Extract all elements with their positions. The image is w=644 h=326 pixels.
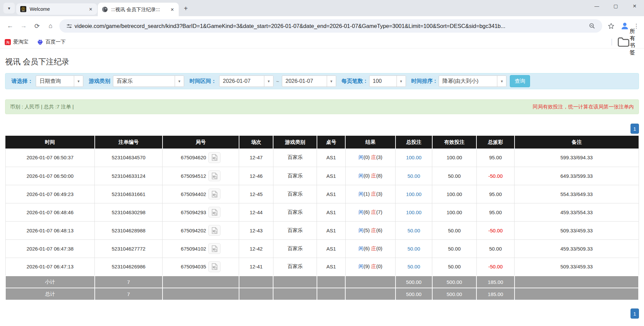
cell-round-no: 675094620 — [163, 149, 239, 167]
total-bet-link[interactable]: 50.00 — [408, 246, 420, 252]
result-banker-count: (8) — [376, 173, 382, 178]
result-player: 闲 — [358, 173, 363, 178]
bookmark-baidu[interactable]: du 百度一下 — [37, 39, 66, 45]
result-player-count: (0) — [363, 173, 370, 178]
welcome-tab-favicon — [20, 6, 26, 12]
cell-time: 2026-01-07 06:47:38 — [5, 239, 95, 258]
video-replay-button[interactable] — [208, 207, 221, 218]
cell-payout: 50.00 — [476, 239, 515, 258]
zoom-icon[interactable] — [589, 23, 595, 29]
result-player-count: (6) — [363, 246, 370, 251]
query-type-select[interactable]: 日期查询 ▼ — [36, 75, 83, 87]
new-tab-button[interactable]: + — [181, 3, 191, 13]
table-row: 2026-01-07 06:50:37 523104634570 6750946… — [5, 149, 639, 167]
tab-bar: ▾ Welcome ✕ :::视讯 会员下注纪录::: ✕ + — ▢ — [0, 0, 644, 16]
cell-total-bet[interactable]: 50.00 — [396, 221, 432, 239]
tab-close-icon[interactable]: ✕ — [88, 6, 94, 12]
minimize-button[interactable]: — — [587, 0, 606, 12]
cell-payout: -50.00 — [476, 221, 515, 239]
result-player: 闲 — [358, 263, 363, 269]
forward-icon[interactable]: → — [18, 20, 29, 32]
video-file-icon — [211, 227, 218, 234]
subtotal-total-bet: 500.00 — [396, 276, 432, 288]
subtotal-empty — [515, 276, 639, 288]
tab-bet-records[interactable]: :::视讯 会员下注纪录::: ✕ — [98, 3, 179, 16]
table-row: 2026-01-07 06:48:46 523104630298 6750942… — [5, 203, 639, 221]
cell-total-bet[interactable]: 100.00 — [396, 185, 432, 203]
sort-select[interactable]: 降幂(由大到小) ▼ — [439, 75, 506, 87]
video-file-icon — [211, 191, 218, 198]
col-header-game-kind: 游戏类别 — [273, 136, 317, 149]
total-bet-link[interactable]: 50.00 — [408, 228, 420, 233]
chevron-down-icon[interactable]: ▼ — [497, 76, 506, 87]
video-replay-button[interactable] — [208, 170, 221, 181]
refresh-icon[interactable]: ⟳ — [31, 20, 43, 32]
result-player-count: (5) — [363, 227, 370, 233]
game-kind-value: 百家乐 — [113, 76, 175, 87]
page-1-button[interactable]: 1 — [631, 124, 639, 134]
home-icon[interactable]: ⌂ — [45, 20, 56, 32]
cell-total-bet[interactable]: 50.00 — [396, 167, 432, 185]
tab-welcome[interactable]: Welcome ✕ — [16, 3, 97, 15]
cell-time: 2026-01-07 06:47:13 — [5, 258, 95, 276]
address-bar[interactable]: videoie.com/game/betrecord_search/kind3?… — [59, 19, 602, 33]
video-replay-button[interactable] — [208, 189, 221, 199]
tab-title: Welcome — [30, 6, 84, 12]
sort-value: 降幂(由大到小) — [439, 76, 497, 87]
video-replay-button[interactable] — [208, 225, 221, 236]
round-number: 675094293 — [181, 209, 206, 215]
url-text[interactable]: videoie.com/game/betrecord_search/kind3?… — [75, 23, 587, 29]
total-bet-link[interactable]: 50.00 — [408, 264, 420, 269]
video-replay-button[interactable] — [208, 243, 221, 254]
cell-payout: -50.00 — [476, 167, 515, 185]
chevron-down-icon[interactable]: ▼ — [327, 76, 336, 87]
cell-total-bet[interactable]: 50.00 — [396, 239, 432, 258]
baidu-paw-icon: du — [37, 39, 43, 45]
cell-result: 闲(0) 庄(8) — [345, 167, 395, 185]
search-button[interactable]: 查询 — [510, 75, 530, 87]
back-icon[interactable]: ← — [4, 20, 16, 32]
result-banker: 庄 — [371, 246, 376, 251]
col-header-session: 场次 — [239, 136, 273, 149]
col-header-bet-no: 注单编号 — [95, 136, 163, 149]
cell-game-kind: 百家乐 — [273, 221, 317, 239]
bookmarks-bar: 淘 爱淘宝 du 百度一下 所有书签 — [0, 36, 644, 48]
bookmark-aitaobao[interactable]: 淘 爱淘宝 — [5, 39, 28, 45]
cell-result: 闲(0) 庄(3) — [345, 149, 395, 167]
video-replay-button[interactable] — [208, 152, 221, 163]
date-start-input[interactable]: 2026-01-07 ▼ — [219, 75, 273, 87]
chevron-down-icon[interactable]: ▼ — [175, 76, 184, 87]
browser-window: ▾ Welcome ✕ :::视讯 会员下注纪录::: ✕ + — ▢ — [0, 0, 644, 48]
maximize-button[interactable]: ▢ — [606, 0, 625, 12]
all-bookmarks-label: 所有书签 — [630, 28, 639, 56]
total-bet-link[interactable]: 50.00 — [408, 173, 420, 179]
page-1-button[interactable]: 1 — [631, 308, 639, 319]
per-page-select[interactable]: 100 ▼ — [369, 75, 406, 87]
video-file-icon — [211, 172, 218, 180]
cell-total-bet[interactable]: 100.00 — [396, 149, 432, 167]
chevron-down-icon[interactable]: ▼ — [264, 76, 273, 87]
video-file-icon — [211, 154, 218, 161]
cell-result: 闲(5) 庄(6) — [345, 221, 395, 239]
result-player: 闲 — [358, 209, 363, 215]
tab-search-chevron-icon[interactable]: ▾ — [3, 3, 15, 13]
tab-close-icon[interactable]: ✕ — [169, 6, 175, 12]
chevron-down-icon[interactable]: ▼ — [397, 76, 406, 87]
cell-round-no: 675094293 — [163, 203, 239, 221]
cell-session: 12-42 — [239, 239, 273, 258]
game-kind-select[interactable]: 百家乐 ▼ — [113, 75, 184, 87]
close-button[interactable]: ✕ — [625, 0, 644, 12]
cell-total-bet[interactable]: 50.00 — [396, 258, 432, 276]
all-bookmarks[interactable]: 所有书签 — [612, 28, 639, 56]
cell-valid-bet: 50.00 — [432, 221, 476, 239]
bet-records-table: 时间 注单编号 局号 场次 游戏类别 桌号 结果 总投注 有效投注 总派彩 备注… — [5, 136, 639, 300]
chevron-down-icon[interactable]: ▼ — [74, 76, 83, 87]
total-bet-link[interactable]: 100.00 — [406, 191, 421, 197]
site-info-tune-icon[interactable] — [66, 23, 72, 29]
total-bet-link[interactable]: 100.00 — [406, 155, 421, 160]
cell-total-bet[interactable]: 100.00 — [396, 203, 432, 221]
video-replay-button[interactable] — [208, 261, 221, 272]
date-end-input[interactable]: 2026-01-07 ▼ — [282, 75, 336, 87]
result-banker: 庄 — [371, 227, 376, 233]
total-bet-link[interactable]: 100.00 — [406, 209, 421, 215]
